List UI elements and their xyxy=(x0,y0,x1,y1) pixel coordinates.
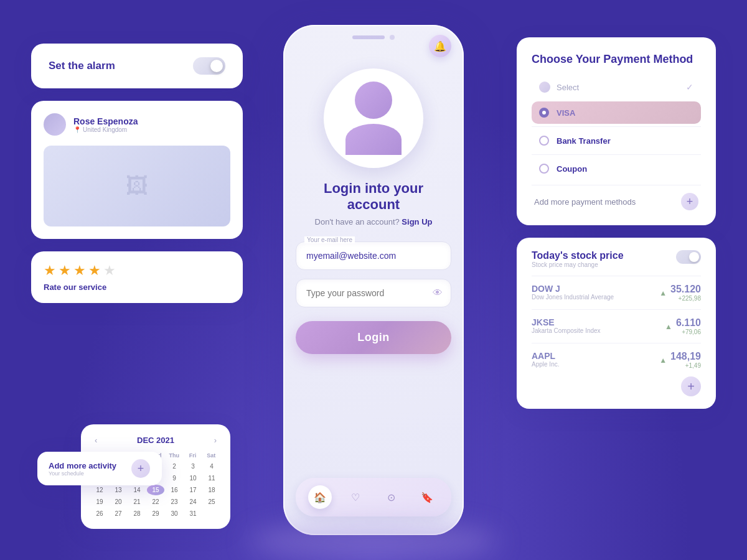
stock-price-dowj: 35.120 xyxy=(670,284,701,295)
cal-day-empty xyxy=(203,508,220,519)
phone-avatar xyxy=(345,82,402,155)
stock-right-dowj: ▲ 35.120 +225,98 xyxy=(659,284,701,302)
nav-bookmark[interactable]: 🔖 xyxy=(415,485,439,509)
calendar-month-title: DEC 2021 xyxy=(137,436,174,445)
cal-day-11[interactable]: 11 xyxy=(203,473,220,483)
day-sat: Sat xyxy=(202,452,220,459)
stock-info-dowj: DOW J Dow Jones Industrial Average xyxy=(532,284,614,301)
star-1[interactable]: ★ xyxy=(44,263,56,279)
calendar-header: ‹ DEC 2021 › xyxy=(91,434,220,446)
add-activity-subtitle: Your schedule xyxy=(49,470,116,477)
day-fri: Fri xyxy=(184,452,202,459)
nav-heart[interactable]: ♡ xyxy=(344,485,367,509)
phone-notch xyxy=(352,35,395,40)
cal-day-25[interactable]: 25 xyxy=(203,497,220,507)
right-column: Choose Your Payment Method Select ✓ VISA… xyxy=(517,37,716,409)
cal-day-13[interactable]: 13 xyxy=(110,485,127,495)
cal-day-2[interactable]: 2 xyxy=(166,461,183,472)
payment-option-bank[interactable]: Bank Transfer xyxy=(532,129,701,152)
cal-day-19[interactable]: 19 xyxy=(91,497,108,507)
stock-row-aapl: AAPL Apple Inc. ▲ 148,19 +1,49 xyxy=(532,351,701,369)
cal-prev-button[interactable]: ‹ xyxy=(91,434,101,446)
alarm-card: Set the alarm xyxy=(31,44,243,88)
cal-day-26[interactable]: 26 xyxy=(91,508,108,519)
cal-day-21[interactable]: 21 xyxy=(128,497,146,507)
select-check-icon: ✓ xyxy=(686,82,693,92)
stock-name-aapl: Apple Inc. xyxy=(532,361,559,368)
payment-option-coupon[interactable]: Coupon xyxy=(532,157,701,180)
stock-price-col-dowj: 35.120 +225,98 xyxy=(670,284,701,302)
cal-day-29[interactable]: 29 xyxy=(147,508,164,519)
payment-card: Choose Your Payment Method Select ✓ VISA… xyxy=(517,37,716,225)
alarm-toggle[interactable] xyxy=(193,57,225,75)
cal-day-30[interactable]: 30 xyxy=(166,508,183,519)
cal-day-15[interactable]: 15 xyxy=(147,485,164,495)
toggle-knob xyxy=(210,60,223,72)
star-2[interactable]: ★ xyxy=(59,263,71,279)
cal-day-31[interactable]: 31 xyxy=(184,508,202,519)
email-input[interactable] xyxy=(296,241,451,270)
add-payment-button[interactable]: + xyxy=(681,193,698,210)
login-button[interactable]: Login xyxy=(296,321,451,354)
stock-subtitle: Stock price may change xyxy=(532,261,624,268)
payment-option-visa[interactable]: VISA xyxy=(532,101,701,124)
payment-radio-coupon xyxy=(539,164,549,174)
cal-day-14[interactable]: 14 xyxy=(128,485,146,495)
stock-price-col-jkse: 6.110 +79,06 xyxy=(676,317,701,335)
up-arrow-aapl: ▲ xyxy=(659,356,667,365)
add-activity-card: Add more activity Your schedule + xyxy=(37,452,162,485)
stock-title: Today's stock price xyxy=(532,250,624,261)
password-input[interactable] xyxy=(296,279,451,307)
up-arrow-dowj: ▲ xyxy=(659,289,667,297)
nav-home[interactable]: 🏠 xyxy=(308,485,332,509)
left-column: Set the alarm Rose Espenoza 📍 United Kin… xyxy=(31,44,243,303)
stock-price-aapl: 148,19 xyxy=(670,351,701,362)
rating-card: ★ ★ ★ ★ ★ Rate our service xyxy=(31,251,243,303)
cal-day-24[interactable]: 24 xyxy=(184,497,202,507)
nav-settings[interactable]: ⊙ xyxy=(380,485,403,509)
star-3[interactable]: ★ xyxy=(73,263,86,279)
cal-day-18[interactable]: 18 xyxy=(203,485,220,495)
phone-content: Login into your account Don't have an ac… xyxy=(296,180,451,354)
cal-day-28[interactable]: 28 xyxy=(128,508,146,519)
payment-options: VISA Bank Transfer Coupon xyxy=(532,101,701,180)
star-5[interactable]: ★ xyxy=(103,263,116,279)
cal-day-4[interactable]: 4 xyxy=(203,461,220,472)
stock-change-dowj: +225,98 xyxy=(670,295,701,302)
cal-day-17[interactable]: 17 xyxy=(184,485,202,495)
stock-toggle[interactable] xyxy=(676,250,701,264)
avatar-body xyxy=(345,124,402,155)
stock-name-dowj: Dow Jones Industrial Average xyxy=(532,294,614,301)
cal-day-23[interactable]: 23 xyxy=(166,497,183,507)
add-payment-row[interactable]: Add more payment methods + xyxy=(532,185,701,210)
notch-dot xyxy=(390,35,395,40)
cal-next-button[interactable]: › xyxy=(210,434,220,446)
signup-link[interactable]: Sign Up xyxy=(402,217,432,226)
stock-toggle-knob xyxy=(689,252,699,262)
avatar-head xyxy=(355,82,392,119)
star-4[interactable]: ★ xyxy=(88,263,101,279)
stock-row-jkse: JKSE Jakarta Composite Index ▲ 6.110 +79… xyxy=(532,317,701,335)
stock-ticker-jkse: JKSE xyxy=(532,317,601,327)
add-activity-button[interactable]: + xyxy=(131,459,150,478)
cal-day-20[interactable]: 20 xyxy=(110,497,127,507)
stock-ticker-dowj: DOW J xyxy=(532,284,614,294)
up-arrow-jkse: ▲ xyxy=(665,322,672,331)
cal-day-9[interactable]: 9 xyxy=(166,473,183,483)
star-rating[interactable]: ★ ★ ★ ★ ★ xyxy=(44,263,230,279)
cal-day-16[interactable]: 16 xyxy=(166,485,183,495)
stock-add-button[interactable]: + xyxy=(681,376,701,396)
cal-day-27[interactable]: 27 xyxy=(110,508,127,519)
cal-day-22[interactable]: 22 xyxy=(147,497,164,507)
stock-info-aapl: AAPL Apple Inc. xyxy=(532,351,559,368)
cal-day-10[interactable]: 10 xyxy=(184,473,202,483)
payment-label-visa: VISA xyxy=(557,108,575,118)
payment-divider-2 xyxy=(532,154,701,155)
eye-icon[interactable]: 👁 xyxy=(433,287,443,299)
day-thu: Thu xyxy=(165,452,184,459)
select-circle xyxy=(539,82,550,93)
cal-day-3[interactable]: 3 xyxy=(184,461,202,472)
stock-divider-2 xyxy=(532,309,701,310)
cal-day-12[interactable]: 12 xyxy=(91,485,108,495)
bell-icon[interactable]: 🔔 xyxy=(429,35,451,57)
